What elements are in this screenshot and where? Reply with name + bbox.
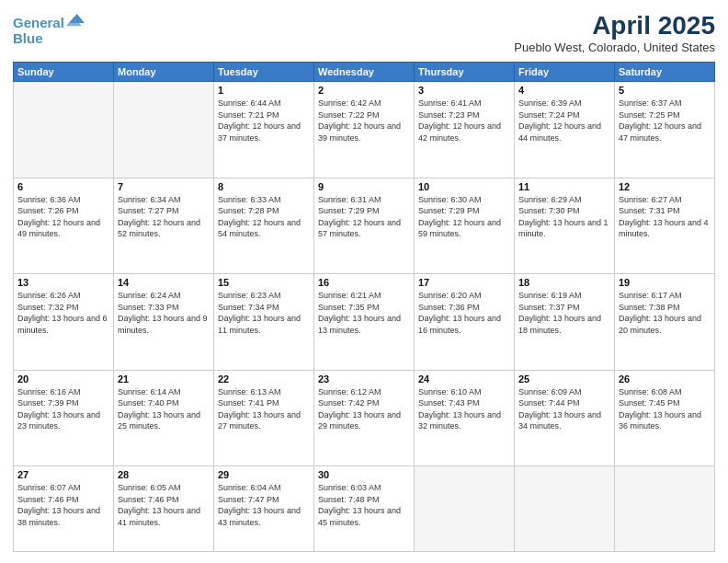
- day-number: 19: [619, 277, 711, 288]
- day-number: 20: [17, 373, 109, 385]
- calendar-cell: [615, 466, 715, 552]
- day-detail: Sunrise: 6:30 AM Sunset: 7:29 PM Dayligh…: [418, 194, 510, 240]
- calendar-cell: [415, 466, 515, 552]
- day-number: 29: [218, 469, 310, 480]
- day-detail: Sunrise: 6:31 AM Sunset: 7:29 PM Dayligh…: [318, 194, 410, 240]
- weekday-header-row: SundayMondayTuesdayWednesdayThursdayFrid…: [14, 63, 715, 82]
- day-detail: Sunrise: 6:21 AM Sunset: 7:35 PM Dayligh…: [318, 290, 410, 336]
- day-number: 27: [17, 469, 109, 480]
- day-detail: Sunrise: 6:33 AM Sunset: 7:28 PM Dayligh…: [218, 194, 310, 240]
- day-detail: Sunrise: 6:12 AM Sunset: 7:42 PM Dayligh…: [318, 386, 410, 432]
- day-detail: Sunrise: 6:23 AM Sunset: 7:34 PM Dayligh…: [218, 290, 310, 336]
- day-number: 28: [118, 469, 210, 480]
- calendar-cell: 21Sunrise: 6:14 AM Sunset: 7:40 PM Dayli…: [114, 370, 214, 466]
- calendar-cell: 8Sunrise: 6:33 AM Sunset: 7:28 PM Daylig…: [214, 178, 314, 274]
- calendar-cell: 22Sunrise: 6:13 AM Sunset: 7:41 PM Dayli…: [214, 370, 314, 466]
- calendar-cell: 11Sunrise: 6:29 AM Sunset: 7:30 PM Dayli…: [515, 178, 615, 274]
- day-number: 21: [118, 373, 210, 385]
- calendar-cell: 9Sunrise: 6:31 AM Sunset: 7:29 PM Daylig…: [314, 178, 415, 274]
- day-number: 10: [418, 181, 510, 192]
- day-number: 22: [218, 373, 310, 385]
- weekday-header-tuesday: Tuesday: [214, 63, 314, 82]
- calendar-cell: 2Sunrise: 6:42 AM Sunset: 7:22 PM Daylig…: [314, 82, 415, 178]
- calendar-cell: 30Sunrise: 6:03 AM Sunset: 7:48 PM Dayli…: [314, 466, 415, 552]
- calendar-cell: 10Sunrise: 6:30 AM Sunset: 7:29 PM Dayli…: [415, 178, 515, 274]
- calendar-cell: [515, 466, 615, 552]
- day-number: 18: [518, 277, 610, 288]
- day-number: 6: [17, 181, 109, 192]
- calendar-cell: 24Sunrise: 6:10 AM Sunset: 7:43 PM Dayli…: [415, 370, 515, 466]
- weekday-header-sunday: Sunday: [14, 63, 114, 82]
- calendar-cell: 6Sunrise: 6:36 AM Sunset: 7:26 PM Daylig…: [14, 178, 114, 274]
- week-row-4: 20Sunrise: 6:16 AM Sunset: 7:39 PM Dayli…: [14, 370, 715, 466]
- main-title: April 2025: [514, 11, 715, 40]
- calendar-cell: 29Sunrise: 6:04 AM Sunset: 7:47 PM Dayli…: [214, 466, 314, 552]
- calendar-cell: 25Sunrise: 6:09 AM Sunset: 7:44 PM Dayli…: [515, 370, 615, 466]
- calendar-cell: 19Sunrise: 6:17 AM Sunset: 7:38 PM Dayli…: [615, 274, 715, 371]
- day-detail: Sunrise: 6:27 AM Sunset: 7:31 PM Dayligh…: [619, 194, 711, 240]
- day-detail: Sunrise: 6:17 AM Sunset: 7:38 PM Dayligh…: [619, 290, 711, 336]
- day-number: 14: [118, 277, 210, 288]
- week-row-5: 27Sunrise: 6:07 AM Sunset: 7:46 PM Dayli…: [14, 466, 715, 552]
- weekday-header-thursday: Thursday: [415, 63, 515, 82]
- day-detail: Sunrise: 6:03 AM Sunset: 7:48 PM Dayligh…: [318, 482, 410, 528]
- weekday-header-friday: Friday: [515, 63, 615, 82]
- day-number: 8: [218, 181, 310, 192]
- day-detail: Sunrise: 6:41 AM Sunset: 7:23 PM Dayligh…: [418, 98, 510, 144]
- calendar-cell: 16Sunrise: 6:21 AM Sunset: 7:35 PM Dayli…: [314, 274, 415, 371]
- day-detail: Sunrise: 6:16 AM Sunset: 7:39 PM Dayligh…: [17, 386, 109, 432]
- week-row-3: 13Sunrise: 6:26 AM Sunset: 7:32 PM Dayli…: [14, 274, 715, 371]
- calendar-cell: 5Sunrise: 6:37 AM Sunset: 7:25 PM Daylig…: [615, 82, 715, 178]
- calendar-cell: 7Sunrise: 6:34 AM Sunset: 7:27 PM Daylig…: [114, 178, 214, 274]
- day-detail: Sunrise: 6:24 AM Sunset: 7:33 PM Dayligh…: [118, 290, 210, 336]
- day-detail: Sunrise: 6:20 AM Sunset: 7:36 PM Dayligh…: [418, 290, 510, 336]
- calendar-cell: 4Sunrise: 6:39 AM Sunset: 7:24 PM Daylig…: [515, 82, 615, 178]
- day-number: 1: [218, 85, 310, 96]
- day-number: 15: [218, 277, 310, 288]
- calendar-cell: 13Sunrise: 6:26 AM Sunset: 7:32 PM Dayli…: [14, 274, 114, 371]
- day-number: 11: [518, 181, 610, 192]
- day-detail: Sunrise: 6:05 AM Sunset: 7:46 PM Dayligh…: [118, 482, 210, 528]
- subtitle: Pueblo West, Colorado, United States: [514, 40, 715, 54]
- weekday-header-monday: Monday: [114, 63, 214, 82]
- day-detail: Sunrise: 6:37 AM Sunset: 7:25 PM Dayligh…: [619, 98, 711, 144]
- calendar-cell: 14Sunrise: 6:24 AM Sunset: 7:33 PM Dayli…: [114, 274, 214, 371]
- day-detail: Sunrise: 6:29 AM Sunset: 7:30 PM Dayligh…: [518, 194, 610, 240]
- calendar-cell: 20Sunrise: 6:16 AM Sunset: 7:39 PM Dayli…: [14, 370, 114, 466]
- day-number: 12: [619, 181, 711, 192]
- day-number: 16: [318, 277, 410, 288]
- day-detail: Sunrise: 6:36 AM Sunset: 7:26 PM Dayligh…: [17, 194, 109, 240]
- calendar-cell: 28Sunrise: 6:05 AM Sunset: 7:46 PM Dayli…: [114, 466, 214, 552]
- week-row-2: 6Sunrise: 6:36 AM Sunset: 7:26 PM Daylig…: [14, 178, 715, 274]
- calendar-cell: 18Sunrise: 6:19 AM Sunset: 7:37 PM Dayli…: [515, 274, 615, 371]
- title-block: April 2025 Pueblo West, Colorado, United…: [514, 11, 715, 54]
- calendar-cell: 3Sunrise: 6:41 AM Sunset: 7:23 PM Daylig…: [415, 82, 515, 178]
- calendar-cell: 17Sunrise: 6:20 AM Sunset: 7:36 PM Dayli…: [415, 274, 515, 371]
- day-detail: Sunrise: 6:07 AM Sunset: 7:46 PM Dayligh…: [17, 482, 109, 528]
- day-detail: Sunrise: 6:04 AM Sunset: 7:47 PM Dayligh…: [218, 482, 310, 528]
- day-detail: Sunrise: 6:19 AM Sunset: 7:37 PM Dayligh…: [518, 290, 610, 336]
- calendar-cell: 23Sunrise: 6:12 AM Sunset: 7:42 PM Dayli…: [314, 370, 415, 466]
- logo-line1: General: [13, 15, 64, 30]
- day-number: 30: [318, 469, 410, 480]
- logo-icon: [66, 9, 85, 28]
- calendar-cell: 26Sunrise: 6:08 AM Sunset: 7:45 PM Dayli…: [615, 370, 715, 466]
- day-number: 24: [418, 373, 510, 385]
- day-number: 3: [418, 85, 510, 96]
- day-detail: Sunrise: 6:44 AM Sunset: 7:21 PM Dayligh…: [218, 98, 310, 144]
- day-number: 23: [318, 373, 410, 385]
- day-number: 4: [518, 85, 610, 96]
- day-detail: Sunrise: 6:34 AM Sunset: 7:27 PM Dayligh…: [118, 194, 210, 240]
- day-number: 17: [418, 277, 510, 288]
- day-number: 5: [619, 85, 711, 96]
- day-detail: Sunrise: 6:26 AM Sunset: 7:32 PM Dayligh…: [17, 290, 109, 336]
- weekday-header-wednesday: Wednesday: [314, 63, 415, 82]
- header: General Blue April 2025 Pueblo West, Col…: [13, 11, 715, 54]
- calendar-cell: 1Sunrise: 6:44 AM Sunset: 7:21 PM Daylig…: [214, 82, 314, 178]
- logo-text: General: [13, 11, 85, 30]
- calendar-table: SundayMondayTuesdayWednesdayThursdayFrid…: [13, 62, 715, 552]
- calendar-cell: [14, 82, 114, 178]
- day-detail: Sunrise: 6:08 AM Sunset: 7:45 PM Dayligh…: [619, 386, 711, 432]
- weekday-header-saturday: Saturday: [615, 63, 715, 82]
- calendar-cell: 27Sunrise: 6:07 AM Sunset: 7:46 PM Dayli…: [14, 466, 114, 552]
